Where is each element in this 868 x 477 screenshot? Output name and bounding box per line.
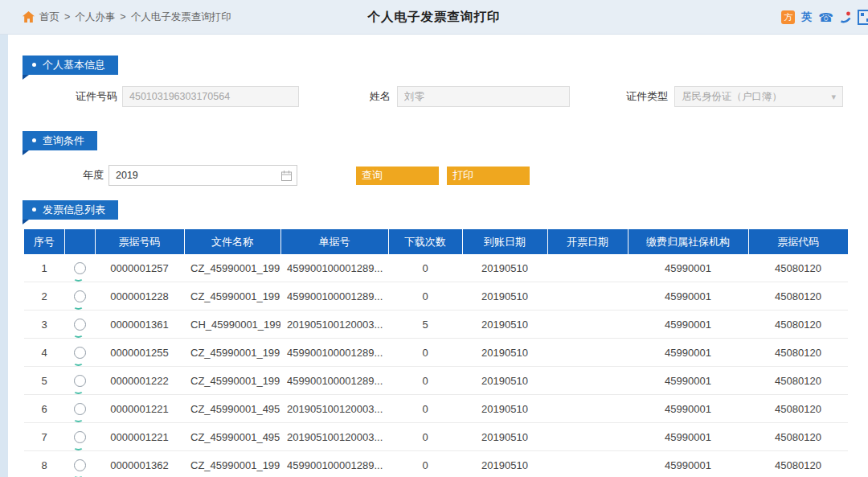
cell-invoice-date [547,451,628,477]
cell-radio [64,339,95,367]
cell-receipt-code: 45080120 [748,282,848,310]
column-header-radio [64,229,95,254]
print-button[interactable]: 打印 [447,167,530,185]
cell-radio [64,367,95,395]
home-icon[interactable] [23,11,35,23]
query-form: 年度 查询 打印 [0,165,868,186]
cell-agency: 45990001 [628,339,748,367]
breadcrumb-item-personal[interactable]: 个人办事 [75,10,115,24]
cell-invoice-date [547,339,628,367]
cell-agency: 45990001 [628,423,748,451]
cell-receipt-no: 0000001361 [95,310,184,339]
cell-receipt-code: 45080120 [748,254,848,282]
cell-receipt-no: 0000001257 [95,254,184,282]
cell-doc-no: 459900100001289... [280,339,388,367]
row-select-radio[interactable] [74,262,86,274]
year-input[interactable] [108,165,297,186]
row-select-radio[interactable] [74,319,86,331]
cell-invoice-date [547,367,628,395]
bullet-dot [32,63,36,67]
id-type-select[interactable]: 居民身份证（户口簿） ▾ [674,86,843,107]
cell-serial: 7 [24,423,64,451]
cell-file-name: CZ_45990001_495... [184,423,280,451]
row-select-radio[interactable] [74,290,86,302]
cell-agency: 45990001 [628,451,748,477]
cell-serial: 1 [24,254,64,282]
invoice-row: 50000001222CZ_45990001_199...45990010000… [24,367,848,395]
section-title: 发票信息列表 [43,204,105,216]
cell-invoice-date [547,310,628,339]
row-select-radio[interactable] [74,347,86,359]
cell-radio [64,282,95,310]
cell-doc-no: 459900100001289... [280,451,388,477]
breadcrumb: 首页 > 个人办事 > 个人电子发票查询打印 [23,10,231,24]
chevron-down-icon: ▾ [831,92,836,102]
english-toggle[interactable]: 英 [801,10,812,24]
column-header-arrival-date: 到账日期 [462,229,547,254]
cell-downloads: 0 [388,423,462,451]
row-select-radio[interactable] [74,403,86,415]
accessibility-icon[interactable] [840,11,851,23]
cell-downloads: 0 [388,254,462,282]
cell-receipt-no: 0000001255 [95,339,184,367]
topbar-icon-group: 方 英 ☎ [781,0,868,34]
name-input[interactable] [397,86,570,107]
cell-arrival-date: 20190510 [462,339,547,367]
cell-agency: 45990001 [628,395,748,423]
page-title: 个人电子发票查询打印 [368,9,501,26]
id-number-label: 证件号码 [24,89,117,104]
cell-serial: 5 [24,367,64,395]
section-header-query: 查询条件 [23,131,97,150]
cell-receipt-code: 45080120 [748,451,848,477]
bullet-dot [32,208,36,212]
top-bar: 首页 > 个人办事 > 个人电子发票查询打印 个人电子发票查询打印 方 英 ☎ [0,0,868,35]
cell-serial: 6 [24,395,64,423]
column-header-receipt-code: 票据代码 [748,229,848,254]
search-button[interactable]: 查询 [356,167,439,185]
cell-file-name: CZ_45990001_199... [184,254,280,282]
id-number-input[interactable] [122,86,299,107]
phone-icon[interactable]: ☎ [818,11,833,23]
calendar-icon[interactable] [281,171,292,181]
cell-receipt-no: 0000001221 [95,395,184,423]
hanzi-badge-icon[interactable]: 方 [781,10,795,24]
column-header-serial: 序号 [24,229,64,254]
cell-serial: 2 [24,282,64,310]
id-type-value: 居民身份证（户口簿） [682,90,782,104]
cell-receipt-code: 45080120 [748,339,848,367]
cell-downloads: 0 [388,395,462,423]
row-select-radio[interactable] [74,375,86,387]
cell-radio [64,254,95,282]
column-header-agency: 缴费归属社保机构 [628,229,748,254]
invoice-row: 60000001221CZ_45990001_495...20190510012… [24,395,848,423]
invoice-table: 序号票据号码文件名称单据号下载次数到账日期开票日期缴费归属社保机构票据代码 10… [24,229,848,477]
cell-downloads: 5 [388,310,462,339]
cell-serial: 3 [24,310,64,339]
cell-file-name: CZ_45990001_199... [184,339,280,367]
sitemap-icon[interactable] [858,10,868,25]
id-number-field: 证件号码 [24,86,299,107]
cell-doc-no: 459900100001289... [280,282,388,310]
cell-invoice-date [547,395,628,423]
cell-doc-no: 459900100001289... [280,367,388,395]
cell-downloads: 0 [388,339,462,367]
row-select-radio[interactable] [74,431,86,443]
row-select-radio[interactable] [74,459,86,471]
cell-doc-no: 201905100120003... [280,423,388,451]
invoice-row: 20000001228CZ_45990001_199...45990010000… [24,282,848,310]
cell-arrival-date: 20190510 [462,395,547,423]
name-field: 姓名 [370,86,570,107]
left-edge-strip [0,35,8,477]
cell-downloads: 0 [388,282,462,310]
cell-receipt-code: 45080120 [748,395,848,423]
cell-arrival-date: 20190510 [462,282,547,310]
column-header-invoice-date: 开票日期 [547,229,628,254]
invoice-row: 10000001257CZ_45990001_199...45990010000… [24,254,848,282]
cell-file-name: CZ_45990001_495... [184,395,280,423]
name-label: 姓名 [370,89,391,104]
breadcrumb-home[interactable]: 首页 [39,10,59,24]
cell-doc-no: 201905100120003... [280,395,388,423]
column-header-file-name: 文件名称 [184,229,280,254]
column-header-downloads: 下载次数 [388,229,462,254]
year-label: 年度 [24,168,104,183]
